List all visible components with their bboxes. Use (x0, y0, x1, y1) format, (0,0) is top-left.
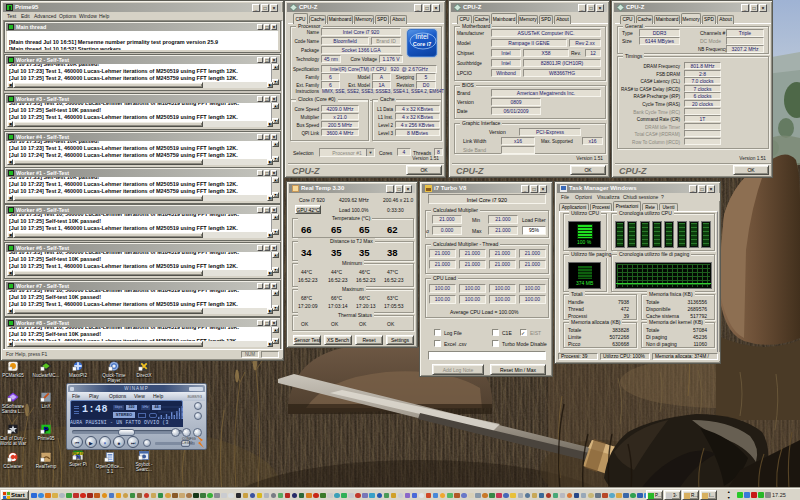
svg-text:PI: PI (76, 454, 81, 460)
